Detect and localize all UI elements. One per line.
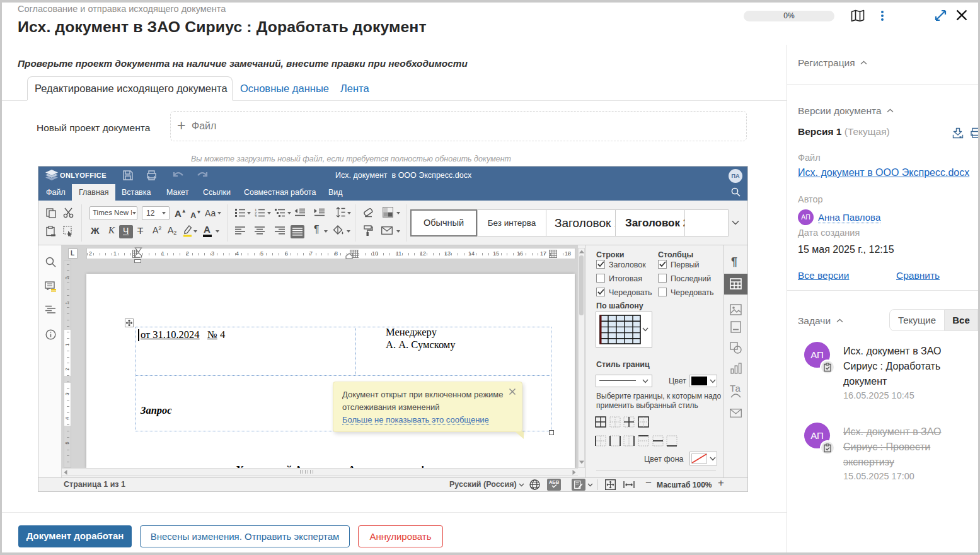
svg-text:3: 3 xyxy=(255,214,257,217)
